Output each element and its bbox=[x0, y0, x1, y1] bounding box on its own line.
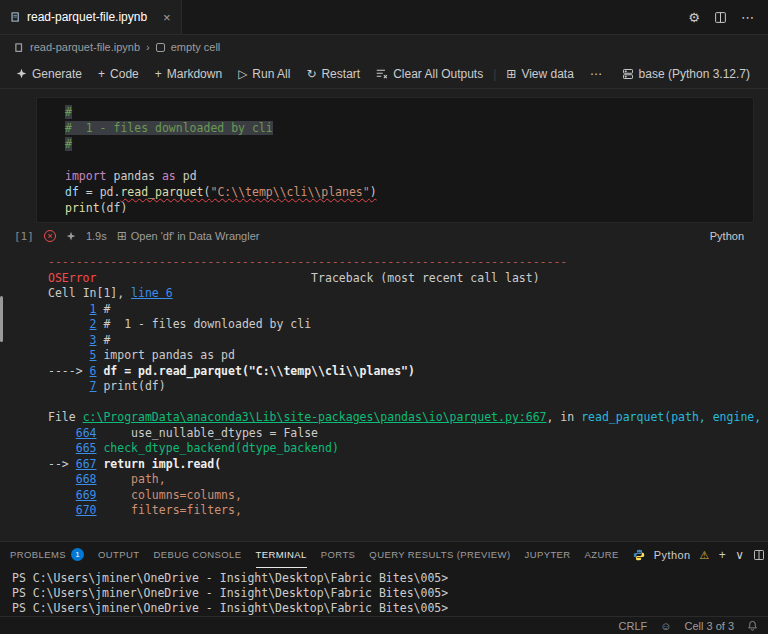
left-scroll-indicator[interactable] bbox=[0, 296, 3, 342]
tab-query-results[interactable]: QUERY RESULTS (PREVIEW) bbox=[369, 542, 510, 568]
terminal-content[interactable]: PS C:\Users\jminer\OneDrive - Insight\De… bbox=[0, 568, 768, 616]
clear-all-outputs-button[interactable]: Clear All Outputs bbox=[368, 67, 491, 81]
generate-button[interactable]: Generate bbox=[8, 67, 90, 81]
terminal-prompt-line: PS C:\Users\jminer\OneDrive - Insight\De… bbox=[12, 601, 768, 616]
fix-with-ai-sparkle-icon[interactable] bbox=[66, 231, 76, 241]
clear-all-icon bbox=[376, 68, 388, 80]
tab-read-parquet-file[interactable]: read-parquet-file.ipynb × bbox=[0, 0, 182, 34]
tab-debug-console[interactable]: DEBUG CONSOLE bbox=[153, 542, 241, 568]
terminal-prompt-line: PS C:\Users\jminer\OneDrive - Insight\De… bbox=[12, 586, 768, 601]
restart-icon: ↻ bbox=[306, 67, 316, 81]
terminal-prompt-line: PS C:\Users\jminer\OneDrive - Insight\De… bbox=[12, 571, 768, 586]
cell-status-bar: [1] × 1.9s ⊞ Open 'df' in Data Wrangler … bbox=[0, 223, 768, 247]
toolbar-separator: | bbox=[491, 67, 498, 81]
plus-icon: + bbox=[155, 67, 162, 81]
plus-icon: + bbox=[98, 67, 105, 81]
notebook-toolbar: Generate + Code + Markdown ▷ Run All ↻ R… bbox=[0, 59, 768, 89]
feedback-smiley-icon[interactable]: ☺ bbox=[660, 620, 671, 632]
editor-actions: ⚙ ⋯ bbox=[674, 0, 768, 34]
execution-count: [1] bbox=[14, 230, 34, 243]
tab-title: read-parquet-file.ipynb bbox=[27, 10, 147, 24]
vscode-window: read-parquet-file.ipynb × ⚙ ⋯ read-parqu… bbox=[0, 0, 768, 634]
tab-ports[interactable]: PORTS bbox=[321, 542, 356, 568]
terminal-actions: Python ⚠ + ∨ ⋯ ∧ × bbox=[633, 548, 768, 562]
view-data-button[interactable]: ⊞ View data bbox=[498, 67, 582, 81]
tab-problems[interactable]: PROBLEMS 1 bbox=[10, 542, 84, 568]
code-cell-content[interactable]: ## 1 - files downloaded by cli# import p… bbox=[65, 104, 745, 216]
run-all-icon: ▷ bbox=[238, 67, 247, 81]
cell-output-traceback: ----------------------------------------… bbox=[0, 247, 768, 519]
add-code-button[interactable]: + Code bbox=[90, 67, 147, 81]
terminal-name-label[interactable]: Python bbox=[654, 549, 691, 561]
tab-terminal[interactable]: TERMINAL bbox=[256, 542, 307, 568]
chevron-right-icon: › bbox=[146, 41, 150, 53]
notebook-file-icon bbox=[10, 11, 21, 23]
status-bar: CRLF ☺ Cell 3 of 3 bbox=[0, 616, 768, 634]
cell-error-icon: × bbox=[44, 230, 56, 242]
cell-position-indicator[interactable]: Cell 3 of 3 bbox=[684, 620, 734, 632]
toolbar-more-icon[interactable]: ⋯ bbox=[582, 67, 610, 81]
eol-indicator[interactable]: CRLF bbox=[619, 620, 648, 632]
sparkle-icon bbox=[16, 68, 27, 79]
notifications-bell-icon[interactable] bbox=[747, 620, 758, 631]
open-data-wrangler-button[interactable]: ⊞ Open 'df' in Data Wrangler bbox=[117, 229, 260, 243]
panel-tab-bar: PROBLEMS 1 OUTPUT DEBUG CONSOLE TERMINAL… bbox=[0, 542, 768, 568]
kernel-icon bbox=[622, 68, 634, 80]
split-editor-icon[interactable] bbox=[714, 11, 727, 24]
problems-count-badge: 1 bbox=[71, 548, 84, 561]
editor-tab-bar: read-parquet-file.ipynb × ⚙ ⋯ bbox=[0, 0, 768, 35]
breadcrumb-file-icon bbox=[14, 42, 24, 53]
new-terminal-icon[interactable]: + bbox=[719, 548, 726, 562]
python-terminal-icon[interactable] bbox=[633, 549, 645, 561]
terminal-dropdown-chevron-icon[interactable]: ∨ bbox=[735, 548, 744, 562]
code-cell[interactable]: ## 1 - files downloaded by cli# import p… bbox=[36, 97, 754, 223]
cell-duration: 1.9s bbox=[86, 230, 107, 242]
breadcrumb-item-cell[interactable]: empty cell bbox=[171, 41, 221, 53]
breadcrumb: read-parquet-file.ipynb › empty cell bbox=[0, 35, 768, 59]
split-terminal-icon[interactable] bbox=[753, 549, 765, 561]
cell-language-label[interactable]: Python bbox=[710, 230, 744, 242]
cell-symbol-icon bbox=[156, 43, 165, 52]
breadcrumb-item-file[interactable]: read-parquet-file.ipynb bbox=[30, 41, 140, 53]
more-actions-icon[interactable]: ⋯ bbox=[741, 10, 754, 25]
tab-output[interactable]: OUTPUT bbox=[98, 542, 139, 568]
warning-icon[interactable]: ⚠ bbox=[699, 549, 709, 562]
tab-close-icon[interactable]: × bbox=[163, 10, 171, 25]
gear-icon[interactable]: ⚙ bbox=[688, 10, 700, 25]
table-grid-icon: ⊞ bbox=[506, 67, 516, 81]
add-markdown-button[interactable]: + Markdown bbox=[147, 67, 230, 81]
table-grid-icon: ⊞ bbox=[117, 229, 127, 243]
notebook-editor: ## 1 - files downloaded by cli# import p… bbox=[0, 89, 768, 541]
tab-azure[interactable]: AZURE bbox=[585, 542, 619, 568]
restart-button[interactable]: ↻ Restart bbox=[298, 67, 368, 81]
kernel-picker[interactable]: base (Python 3.12.7) bbox=[622, 67, 760, 81]
run-all-button[interactable]: ▷ Run All bbox=[230, 67, 298, 81]
tab-jupyter[interactable]: JUPYTER bbox=[525, 542, 571, 568]
bottom-panel: PROBLEMS 1 OUTPUT DEBUG CONSOLE TERMINAL… bbox=[0, 541, 768, 616]
